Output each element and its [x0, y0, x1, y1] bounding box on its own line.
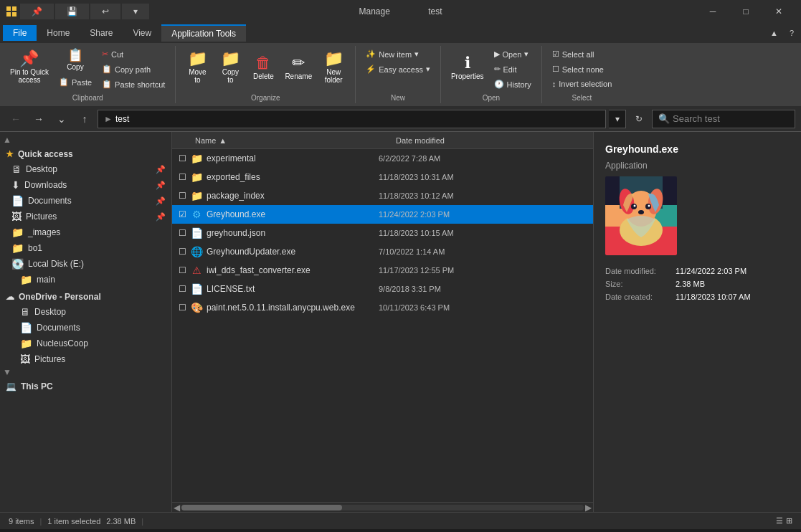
copy-to-button[interactable]: 📁 Copy to	[214, 47, 246, 87]
delete-button[interactable]: 🗑 Delete	[247, 47, 279, 87]
file-date: 10/11/2023 6:43 PM	[379, 303, 508, 312]
open-label: Open	[483, 91, 500, 102]
sidebar-item-onedrive-desktop[interactable]: 🖥 Desktop	[0, 304, 171, 320]
table-row[interactable]: ☐ ⚠ iwi_dds_fast_converter.exe 11/17/202…	[172, 261, 593, 280]
maximize-button[interactable]: □	[729, 0, 762, 23]
sidebar-item-main[interactable]: 📁 main	[0, 272, 171, 288]
row-checkbox[interactable]: ☐	[175, 191, 189, 201]
scroll-left-arrow[interactable]: ◀	[174, 503, 180, 513]
paste-button[interactable]: 📋 Paste	[54, 75, 96, 89]
sidebar-item-bo1[interactable]: 📁 bo1	[0, 240, 171, 256]
updater-icon: 🌐	[189, 246, 204, 257]
sidebar-item-onedrive-documents[interactable]: 📄 Documents	[0, 320, 171, 336]
this-pc-header[interactable]: 💻 This PC	[0, 377, 171, 394]
close-button[interactable]: ✕	[762, 0, 795, 23]
row-checkbox[interactable]: ☐	[175, 303, 189, 313]
table-row[interactable]: ☐ 📁 exported_files 11/18/2023 10:31 AM	[172, 168, 593, 186]
easy-access-button[interactable]: ⚡ Easy access ▾	[361, 62, 435, 76]
table-row[interactable]: ☐ 📄 greyhound.json 11/18/2023 10:15 AM	[172, 224, 593, 242]
preview-type: Application	[605, 161, 790, 171]
row-checkbox[interactable]: ☐	[175, 228, 189, 238]
up-button[interactable]: ↑	[75, 109, 95, 129]
sidebar-item-nucleus[interactable]: 📁 NucleusCoop	[0, 336, 171, 351]
edit-button[interactable]: ✏ Edit	[490, 62, 536, 76]
preview-date-created-row: Date created: 11/18/2023 10:07 AM	[605, 293, 790, 301]
tab-share[interactable]: Share	[80, 25, 123, 41]
horizontal-scrollbar[interactable]: ◀ ▶	[172, 502, 593, 512]
table-row[interactable]: ☐ 📄 LICENSE.txt 9/8/2018 3:31 PM	[172, 280, 593, 298]
file-name: greyhound.json	[207, 228, 379, 238]
sidebar-item-downloads[interactable]: ⬇ Downloads 📌	[0, 177, 171, 193]
sidebar-scroll-up[interactable]: ▲	[0, 135, 14, 145]
table-row[interactable]: ☐ 📁 experimental 6/2/2022 7:28 AM	[172, 149, 593, 168]
rename-button[interactable]: ✏ Rename	[280, 47, 316, 87]
open-button[interactable]: ▶ Open ▾	[490, 47, 536, 61]
back-button[interactable]: ←	[6, 109, 26, 129]
pin-quick-access-button[interactable]: 📌 Pin to Quick access	[6, 47, 53, 87]
row-checkbox[interactable]: ☑	[175, 209, 189, 219]
new-folder-button[interactable]: 📁 New folder	[318, 47, 349, 87]
scrollbar-track[interactable]	[181, 505, 584, 510]
col-name-header[interactable]: Name ▲	[189, 136, 390, 145]
tab-application-tools[interactable]: Application Tools	[161, 24, 246, 42]
quick-access-toolbar-save[interactable]: 💾	[55, 4, 89, 19]
sidebar-item-local-disk[interactable]: 💽 Local Disk (E:)	[0, 256, 171, 272]
easy-access-icon: ⚡	[366, 65, 376, 74]
quick-access-toolbar-pin[interactable]: 📌	[20, 4, 54, 19]
search-box[interactable]: 🔍 Search test	[652, 110, 795, 128]
quick-access-toolbar-more[interactable]: ▾	[122, 4, 149, 19]
sidebar-item-documents[interactable]: 📄 Documents 📌	[0, 193, 171, 209]
sidebar-item-images[interactable]: 📁 _images	[0, 224, 171, 240]
ribbon-collapse-btn[interactable]: ▲	[766, 26, 782, 40]
table-row[interactable]: ☐ 🎨 paint.net.5.0.11.install.anycpu.web.…	[172, 298, 593, 317]
table-row[interactable]: ☑ ⚙ Greyhound.exe 11/24/2022 2:03 PM	[172, 205, 593, 224]
properties-button[interactable]: ℹ Properties	[447, 47, 488, 87]
col-date-header[interactable]: Date modified	[390, 136, 519, 145]
address-dropdown[interactable]: ▾	[609, 110, 626, 128]
refresh-button[interactable]: ↻	[629, 109, 649, 129]
onedrive-header[interactable]: ☁ OneDrive - Personal	[0, 288, 171, 304]
sidebar-item-pictures[interactable]: 🖼 Pictures 📌	[0, 209, 171, 224]
paste-shortcut-button[interactable]: 📋 Paste shortcut	[98, 77, 169, 91]
scroll-right-arrow[interactable]: ▶	[585, 503, 592, 513]
tab-view[interactable]: View	[123, 25, 161, 41]
table-row[interactable]: ☐ 📁 package_index 11/18/2023 10:12 AM	[172, 186, 593, 205]
table-row[interactable]: ☐ 🌐 GreyhoundUpdater.exe 7/10/2022 1:14 …	[172, 242, 593, 261]
new-item-button[interactable]: ✨ New item ▾	[361, 47, 435, 61]
move-to-button[interactable]: 📁 Move to	[181, 47, 213, 87]
minimize-button[interactable]: ─	[696, 0, 729, 23]
forward-button[interactable]: →	[29, 109, 49, 129]
select-none-button[interactable]: ☐ Select none	[548, 62, 616, 76]
ribbon-help-btn[interactable]: ?	[785, 26, 798, 40]
view-grid-icon[interactable]: ⊞	[786, 516, 792, 526]
invert-selection-button[interactable]: ↕ Invert selection	[548, 77, 616, 90]
sidebar-scroll-down[interactable]: ▼	[0, 367, 14, 377]
new-folder-icon: 📁	[324, 51, 343, 67]
onedrive-desktop-label: Desktop	[34, 307, 66, 317]
clipboard-col: ✂ Cut 📋 Copy path 📋 Paste shortcut	[98, 47, 169, 91]
copy-button[interactable]: 📋 Copy	[54, 47, 96, 72]
scrollbar-thumb[interactable]	[181, 505, 342, 510]
quick-access-toolbar-undo[interactable]: ↩	[90, 4, 120, 19]
tab-file[interactable]: File	[3, 25, 37, 41]
quick-access-label: Quick access	[18, 149, 73, 159]
row-checkbox[interactable]: ☐	[175, 284, 189, 294]
properties-icon: ℹ	[465, 55, 470, 71]
row-checkbox[interactable]: ☐	[175, 247, 189, 257]
view-list-icon[interactable]: ☰	[776, 516, 783, 526]
copy-path-button[interactable]: 📋 Copy path	[98, 62, 169, 76]
quick-access-header[interactable]: ★ Quick access	[0, 145, 171, 161]
tab-home[interactable]: Home	[37, 25, 80, 41]
address-path[interactable]: ► test	[98, 110, 606, 128]
select-label: Select	[572, 91, 592, 102]
row-checkbox[interactable]: ☐	[175, 153, 189, 163]
history-button[interactable]: 🕐 History	[490, 77, 536, 91]
cut-button[interactable]: ✂ Cut	[98, 47, 169, 61]
row-checkbox[interactable]: ☐	[175, 265, 189, 275]
select-all-button[interactable]: ☑ Select all	[548, 47, 616, 61]
sidebar-item-desktop[interactable]: 🖥 Desktop 📌	[0, 161, 171, 177]
title-bar-tabs: 📌 💾 ↩ ▾	[20, 4, 149, 19]
recent-locations-button[interactable]: ⌄	[52, 109, 72, 129]
row-checkbox[interactable]: ☐	[175, 172, 189, 182]
sidebar-item-onedrive-pictures[interactable]: 🖼 Pictures	[0, 351, 171, 367]
